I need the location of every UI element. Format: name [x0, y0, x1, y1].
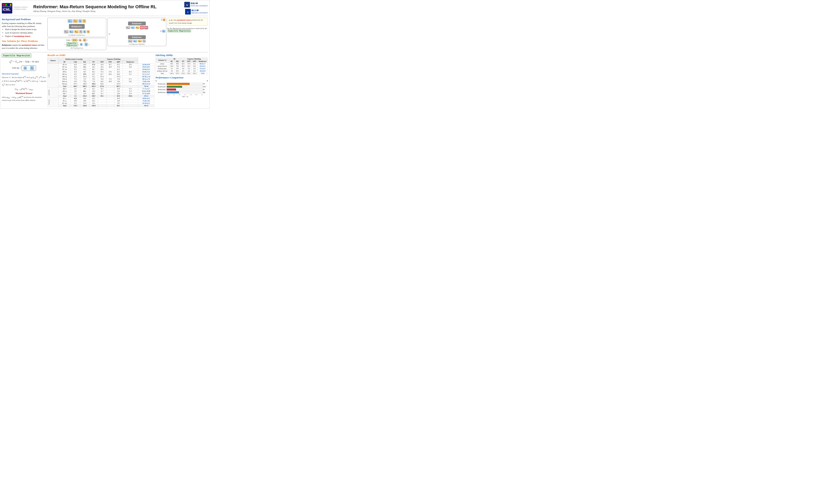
col-odt: ODT [98, 61, 106, 64]
table-row: KC-mx51.551.051.09.865.50±6.22 [48, 102, 154, 105]
table-row: Gym HC-m42.644.047.442.642.742.539.342.9… [48, 64, 154, 66]
tok-g-prev: gt-1 [69, 30, 74, 33]
stitch-odt: ODT [192, 60, 197, 63]
table-row: medium-diverse4.883.50.50.00.010.6±6.9 [156, 70, 208, 72]
header-title-block: Reinformer: Max-Return Sequence Modeling… [32, 4, 184, 12]
arch-diagram-section: ĝt-1 ât-1 ĝt ât Reinformer st-1 gt-1 [47, 18, 106, 51]
tok-s-t: st [79, 30, 83, 34]
perf-label-iql: ReinFormer [156, 91, 166, 93]
bottom-section: Expectile Regression 𝓛gm = 𝔼t,n [|m − 𝟙(… [2, 52, 208, 107]
max-return-label: Maximized Return! [2, 92, 46, 95]
col-dataset: Dataset [48, 58, 59, 64]
top-right-panel: a. ĝt is the maximized return predicted … [167, 18, 208, 51]
reformer-box-arch: Reinformer [69, 24, 85, 29]
table-row: KC-p38.049.846.310.073.10±2.01 [48, 100, 154, 102]
inf-bot-tokens: st-1 gt-1 at-1 st [108, 40, 165, 43]
perf-bar-bc [166, 88, 203, 91]
right-results-panel: Stitching Ability Antmaze-v2 RL Sequence… [156, 54, 208, 107]
col-iql: IQL [80, 61, 89, 64]
tick-09: 0.9 [196, 94, 197, 95]
theorem-text: Theorem 3.1. We first define St(n) ≐ [⟨s… [2, 76, 46, 87]
one-solution-title: One Solution for Three Problems [2, 39, 46, 43]
stitching-table: Antmaze-v2 RL Sequence Modeling BC IQL D… [156, 58, 208, 75]
perf-row-iql: ReinFormer IQL [156, 91, 208, 93]
perf-y-dt: DT [203, 83, 208, 85]
svg-text:ICML: ICML [3, 8, 11, 11]
inf-reformer-bot: Reinformer st-1 gt-1 at-1 st [108, 35, 165, 43]
er-formula2: with Δg = gt − ĝt [2, 65, 46, 71]
top-section: Background and Problems Existing sequenc… [2, 18, 208, 51]
annotation-b: b. The Maximized return prediction is ac… [167, 27, 208, 32]
header: ICML International Conference On Machine… [2, 2, 208, 16]
arch-diagram-label: (a) Model Architecture [48, 34, 105, 36]
perf-y-edt: EDT [203, 86, 208, 88]
kitchen-total-row: Total154.5144.6159.860.5198.45 [48, 105, 154, 107]
expectile-badge-loss: ExpectileRegression [66, 42, 78, 47]
perf-x-axis-label: P(X > Y) [156, 96, 208, 97]
col-sm-group: Sequence Modeling [89, 58, 138, 61]
svg-rect-2 [5, 4, 7, 6]
stitch-rl-group: RL [169, 58, 180, 60]
tick-08: 0.8 [190, 94, 192, 95]
d4rl-table: Dataset Reinforcement Learning Sequence … [47, 58, 154, 107]
inference-section: 3) ât Reinformer st-1 gt-1 at-1 st gt [107, 18, 166, 51]
stitch-sm-group: Sequence Modeling [180, 58, 208, 60]
theorem-title: Theoretical Guarantee [2, 73, 46, 75]
perf-row-dt: ReinFormer DT [156, 83, 208, 85]
background-body: Existing sequence modeling in offline RL… [2, 22, 46, 28]
perf-axis-ticks: 0.4 0.5 0.6 0.7 0.8 0.9 1.0 [156, 94, 208, 95]
y-label: Y [207, 80, 208, 82]
stitch-dt: DT [180, 60, 186, 63]
col-qdt: QDT [114, 61, 123, 64]
perf-bar-edt [166, 86, 203, 88]
stitch-edt: EDT [186, 60, 192, 63]
arch-top-tokens: ĝt-1 ât-1 ĝt ât [48, 19, 105, 23]
table-row: HC-mr36.645.544.236.640.037.835.639.01±0… [48, 66, 154, 68]
er-title: Expectile Regression [2, 54, 31, 57]
col-dt: DT [89, 61, 98, 64]
maze-group-label: maze2d [48, 88, 59, 97]
icml-subtext: International Conference On Machine Lear… [14, 6, 30, 10]
maze-total-row: Total3.5101.0138.785.585.9101.6190.12 [48, 95, 154, 97]
poster-container: ICML International Conference On Machine… [0, 0, 210, 109]
tick-07: 0.7 [184, 94, 186, 95]
diagram-row: ĝt-1 ât-1 ĝt ât Reinformer st-1 gt-1 [47, 18, 166, 51]
table-row: umaze68.584.064.567.853.184.4±2.7 [156, 63, 208, 65]
col-bc: BC [58, 61, 71, 64]
token-g-prev: ĝt-1 [68, 19, 73, 23]
performance-chart: ReinFormer DT ReinFormer EDT [156, 83, 208, 97]
inf-reformer-top: Reinformer st-1 gt-1 at-1 st gt [108, 22, 165, 30]
tok-g-t: gt [83, 30, 86, 33]
loss-diagram-label: (b) Training Loss [49, 47, 104, 49]
perf-y-bc: BC [203, 89, 208, 91]
svg-rect-4 [10, 4, 12, 6]
x-label: X [156, 80, 157, 82]
col-rl-group: Reinforcement Learning [58, 58, 89, 61]
tok-a-prev: at-1 [74, 30, 79, 33]
token-a-t: ât [83, 19, 86, 23]
perf-row-bc: ReinFormer BC [156, 88, 208, 91]
one-solution-body: Reinformer outputs the maximized return … [2, 43, 46, 50]
tok-a-t: at [87, 30, 90, 33]
perf-bar-dt [166, 83, 203, 85]
top-left-panel: Background and Problems Existing sequenc… [2, 18, 46, 51]
tick-06: 0.6 [179, 94, 180, 95]
tick-05: 0.5 [173, 94, 175, 95]
step3-label: 3) ât [108, 19, 165, 21]
arch-bottom-tokens: st-1 gt-1 at-1 st gt at [48, 30, 105, 34]
loss-eq-line: Loss = MSE ( at , ât ) [49, 39, 104, 42]
stitch-iql: IQL [175, 60, 180, 63]
table-row: HP-m52.958.566.367.667.063.566.581.60±3.… [48, 71, 154, 73]
gmax-def: where gmax = maxa~𝒟 g(St(n), a) denotes … [2, 95, 46, 102]
bullet-3: Neglect of maximizing return. [5, 35, 46, 38]
er-panel: Expectile Regression 𝓛gm = 𝔼t,n [|m − 𝟙(… [2, 54, 46, 107]
table-row: medium-play4.578.50.80.00.013.2±6.1 [156, 68, 208, 70]
table-row: HC-me55.291.686.786.891.292.04±0.32 [48, 68, 154, 71]
icml-logo-icon: ICML [2, 3, 12, 14]
zhejiang-logo-icon: Z [185, 9, 191, 15]
icml-logo-block: ICML International Conference On Machine… [2, 3, 30, 14]
theorem-block: Theoretical Guarantee Theorem 3.1. We fi… [2, 73, 46, 102]
theorem-limit: limm→1 gm(St(n)) = gmax, [2, 87, 46, 91]
perf-label-bc: ReinFormer [156, 89, 166, 91]
top-center-panel: ĝt-1 ât-1 ĝt ât Reinformer st-1 gt-1 [47, 18, 166, 51]
